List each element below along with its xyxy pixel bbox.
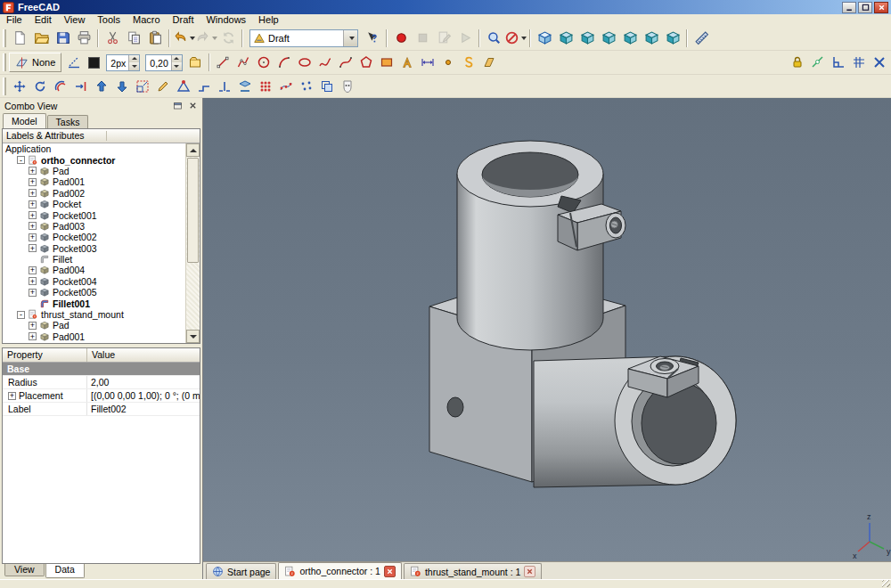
step-down-icon[interactable] bbox=[172, 62, 182, 70]
tree-scrollbar[interactable] bbox=[185, 143, 200, 343]
tree-expander-icon[interactable]: + bbox=[29, 277, 37, 285]
draft-dimension-button[interactable] bbox=[418, 53, 438, 73]
tab-tasks[interactable]: Tasks bbox=[47, 115, 89, 128]
offset-button[interactable] bbox=[50, 76, 70, 96]
tree-item-pocket-5[interactable]: +Pocket bbox=[3, 199, 185, 209]
tree-expander-icon[interactable]: + bbox=[29, 189, 37, 197]
join-button[interactable] bbox=[193, 76, 214, 96]
view-right-button[interactable] bbox=[598, 28, 619, 49]
font-size-spinbox[interactable]: 0,20 bbox=[145, 54, 182, 71]
move-button[interactable] bbox=[9, 76, 29, 96]
view-left-button[interactable] bbox=[662, 28, 683, 49]
macro-execute-button[interactable] bbox=[454, 28, 476, 49]
chevron-down-icon[interactable] bbox=[521, 37, 527, 40]
tree-expander-icon[interactable]: + bbox=[29, 167, 37, 175]
tree-expander-icon[interactable]: + bbox=[29, 244, 37, 252]
measure-distance-button[interactable] bbox=[691, 28, 712, 49]
menu-draft[interactable]: Draft bbox=[167, 14, 200, 26]
tree-item-pocket004-12[interactable]: +Pocket004 bbox=[3, 276, 185, 287]
whats-this-button[interactable] bbox=[362, 28, 383, 49]
font-size-spinbox-steppers[interactable] bbox=[171, 55, 182, 70]
draft-line-button[interactable] bbox=[213, 53, 233, 73]
tree-item-pad-16[interactable]: +Pad bbox=[3, 320, 185, 331]
step-up-icon[interactable] bbox=[172, 55, 182, 63]
scroll-down-button[interactable] bbox=[186, 330, 200, 343]
close-button[interactable] bbox=[874, 2, 888, 13]
minimize-button[interactable] bbox=[842, 2, 856, 13]
tab-data[interactable]: Data bbox=[45, 564, 85, 578]
view-front-button[interactable] bbox=[555, 28, 576, 49]
autogroup-button[interactable] bbox=[185, 53, 206, 73]
tree-expander-icon[interactable]: + bbox=[29, 233, 37, 241]
tree-item-thrust-stand-mount-15[interactable]: -thrust_stand_mount bbox=[3, 309, 185, 320]
view-rear-button[interactable] bbox=[619, 28, 641, 49]
snap-perpendicular-button[interactable] bbox=[828, 53, 848, 73]
close-tab-button[interactable] bbox=[384, 566, 396, 577]
tree-item-fillet-10[interactable]: Fillet bbox=[3, 254, 185, 265]
mirror-button[interactable] bbox=[337, 76, 357, 96]
snap-dimensions-button[interactable] bbox=[869, 53, 889, 73]
subelement-highlight-button[interactable] bbox=[173, 76, 193, 96]
draft-bspline-button[interactable] bbox=[315, 53, 336, 73]
tree-expander-icon[interactable]: + bbox=[29, 211, 37, 219]
menu-view[interactable]: View bbox=[58, 14, 92, 26]
cut-button[interactable] bbox=[102, 28, 123, 49]
redo-button[interactable] bbox=[195, 28, 217, 49]
property-value[interactable]: 2,00 bbox=[87, 377, 200, 388]
draft-ellipse-button[interactable] bbox=[295, 53, 315, 73]
tree-item-pad004-11[interactable]: +Pad004 bbox=[3, 265, 185, 275]
tree-expander-icon[interactable]: + bbox=[29, 200, 37, 208]
snap-lock-button[interactable] bbox=[787, 53, 807, 73]
tree-item-fillet001-14[interactable]: Fillet001 bbox=[3, 298, 185, 308]
property-value[interactable]: Fillet002 bbox=[87, 404, 200, 414]
tree-item-pad003-7[interactable]: +Pad003 bbox=[3, 221, 185, 232]
tree-item-pocket003-9[interactable]: +Pocket003 bbox=[3, 243, 185, 254]
refresh-button[interactable] bbox=[217, 28, 239, 49]
draw-style-button[interactable] bbox=[504, 28, 527, 49]
draft-facebinder-button[interactable] bbox=[479, 53, 500, 73]
workbench-selector[interactable]: Draft bbox=[249, 29, 358, 47]
tree-item-pad001-3[interactable]: +Pad001 bbox=[3, 176, 185, 187]
line-width-spinbox[interactable]: 2px bbox=[106, 54, 140, 71]
toolbar-handle[interactable] bbox=[3, 78, 6, 95]
workbench-dropdown-button[interactable] bbox=[343, 30, 357, 46]
close-tab-button[interactable] bbox=[524, 566, 535, 577]
tree-item-ortho-connector-1[interactable]: -ortho_connector bbox=[3, 154, 185, 165]
property-expander-icon[interactable]: + bbox=[8, 392, 16, 400]
toolbar-handle[interactable] bbox=[3, 53, 6, 71]
tree-item-application-0[interactable]: Application bbox=[3, 143, 185, 154]
open-file-button[interactable] bbox=[30, 28, 52, 49]
snap-midpoint-button[interactable] bbox=[807, 53, 828, 73]
float-panel-icon[interactable] bbox=[171, 100, 184, 111]
tree-expander-icon[interactable]: - bbox=[17, 156, 25, 164]
draft-arc-button[interactable] bbox=[274, 53, 295, 73]
draft-polyline-button[interactable] bbox=[233, 53, 254, 73]
macro-stop-button[interactable] bbox=[412, 28, 433, 49]
toolbar-handle[interactable] bbox=[3, 29, 6, 47]
new-file-button[interactable] bbox=[9, 28, 30, 49]
clone-button[interactable] bbox=[316, 76, 337, 96]
save-button[interactable] bbox=[52, 28, 73, 49]
downgrade-button[interactable] bbox=[111, 76, 132, 96]
menu-file[interactable]: File bbox=[0, 14, 29, 26]
shape-2d-view-button[interactable] bbox=[234, 76, 255, 96]
menu-windows[interactable]: Windows bbox=[200, 14, 252, 26]
scale-button[interactable] bbox=[132, 76, 152, 96]
resize-grip-icon[interactable] bbox=[882, 580, 890, 587]
print-button[interactable] bbox=[73, 28, 94, 49]
draft-text-button[interactable] bbox=[397, 53, 418, 73]
rotate-button[interactable] bbox=[29, 76, 50, 96]
tree-item-pad001-17[interactable]: +Pad001 bbox=[3, 331, 185, 342]
tab-model[interactable]: Model bbox=[3, 113, 46, 128]
snap-grid-button[interactable] bbox=[848, 53, 869, 73]
draft-point-button[interactable] bbox=[438, 53, 459, 73]
menu-macro[interactable]: Macro bbox=[127, 14, 167, 26]
tree-expander-icon[interactable]: + bbox=[29, 289, 37, 297]
3d-canvas[interactable]: z x y bbox=[203, 98, 891, 561]
copy-button[interactable] bbox=[123, 28, 144, 49]
tree-expander-icon[interactable]: + bbox=[29, 222, 37, 230]
tab-view[interactable]: View bbox=[4, 564, 45, 576]
trimex-button[interactable] bbox=[70, 76, 91, 96]
mdi-tab-start-page[interactable]: Start page bbox=[206, 563, 276, 579]
mdi-tab-thrust-stand-mount-1[interactable]: thrust_stand_mount : 1 bbox=[404, 563, 542, 579]
